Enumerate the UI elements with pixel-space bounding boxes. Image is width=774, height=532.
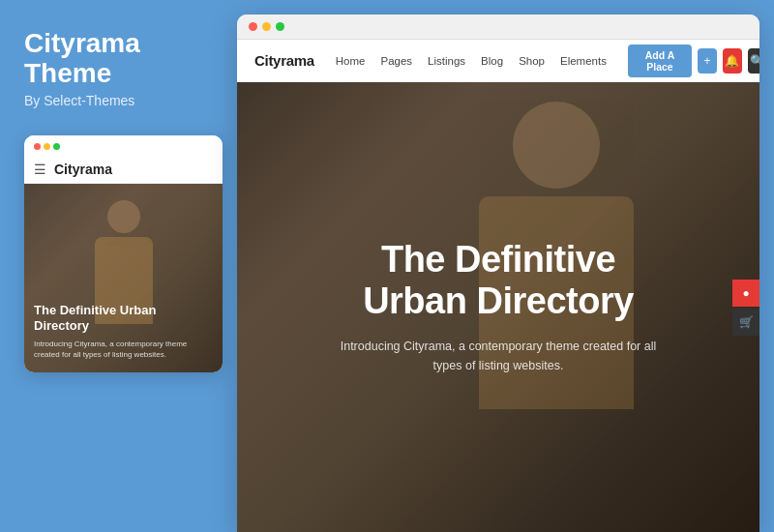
side-icon-circle[interactable]: ●: [732, 280, 759, 307]
nav-link-home[interactable]: Home: [336, 55, 366, 67]
left-panel: Cityrama Theme By Select-Themes ☰ Cityra…: [0, 0, 232, 532]
nav-link-blog[interactable]: Blog: [481, 55, 503, 67]
hero-person-head: [513, 102, 600, 189]
add-place-button[interactable]: Add A Place: [628, 44, 692, 77]
nav-link-elements[interactable]: Elements: [560, 55, 607, 67]
side-icon-cart[interactable]: 🛒: [732, 309, 759, 336]
side-icons: ● 🛒: [732, 280, 759, 336]
mobile-hero: The Definitive Urban Directory Introduci…: [24, 184, 223, 372]
mobile-hero-text: The Definitive Urban Directory Introduci…: [34, 303, 213, 361]
browser-mockup: Cityrama Home Pages Listings Blog Shop E…: [237, 15, 759, 532]
mobile-hero-subtext: Introducing Cityrama, a contemporary the…: [34, 339, 213, 360]
browser-chrome: [237, 15, 759, 40]
theme-by: By Select-Themes: [24, 93, 208, 108]
mobile-brand: Cityrama: [54, 162, 112, 177]
mobile-dot-yellow: [44, 143, 50, 150]
nav-link-pages[interactable]: Pages: [380, 55, 412, 67]
mobile-nav: ☰ Cityrama: [24, 156, 223, 184]
browser-dot-green: [276, 22, 284, 31]
hamburger-icon[interactable]: ☰: [34, 162, 46, 177]
plus-button[interactable]: +: [698, 48, 717, 74]
theme-name-line2: Theme: [24, 58, 111, 88]
hero-heading-line2: Urban Directory: [363, 281, 634, 322]
browser-nav-actions: Add A Place + 🔔 🔍: [628, 44, 759, 77]
mobile-top-bar: [24, 135, 223, 156]
person-head: [107, 200, 140, 233]
mobile-dot-red: [34, 143, 41, 150]
search-button[interactable]: 🔍: [748, 48, 759, 74]
browser-dot-red: [249, 22, 257, 31]
nav-link-shop[interactable]: Shop: [519, 55, 545, 67]
browser-hero: The Definitive Urban Directory Introduci…: [237, 82, 759, 532]
mobile-hero-heading: The Definitive Urban Directory: [34, 303, 213, 335]
hero-content: The Definitive Urban Directory Introduci…: [295, 239, 701, 375]
nav-link-listings[interactable]: Listings: [428, 55, 465, 67]
browser-dot-yellow: [262, 22, 271, 31]
mobile-dot-green: [53, 143, 60, 150]
hero-heading-line1: The Definitive: [381, 239, 615, 280]
theme-title-block: Cityrama Theme By Select-Themes: [24, 29, 208, 108]
browser-nav-links: Home Pages Listings Blog Shop Elements: [336, 55, 607, 67]
browser-navbar: Cityrama Home Pages Listings Blog Shop E…: [237, 40, 759, 82]
hero-heading: The Definitive Urban Directory: [295, 239, 701, 323]
bell-button[interactable]: 🔔: [723, 48, 742, 74]
mobile-mockup: ☰ Cityrama The Definitive Urban Director…: [24, 135, 223, 372]
theme-title: Cityrama Theme: [24, 29, 208, 89]
browser-brand: Cityrama: [254, 52, 314, 69]
theme-name: Cityrama: [24, 28, 140, 58]
hero-subtext: Introducing Cityrama, a contemporary the…: [295, 337, 701, 375]
